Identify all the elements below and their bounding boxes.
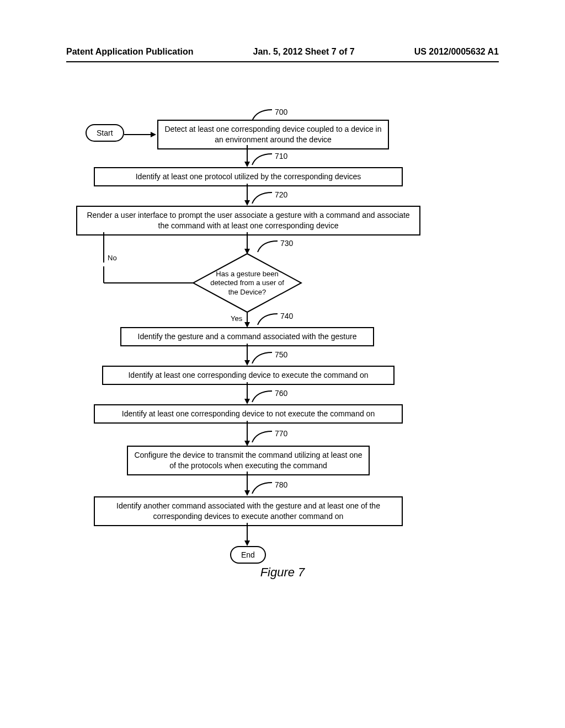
ref-arc-730 [257, 240, 279, 253]
process-720: Render a user interface to prompt the us… [76, 206, 420, 235]
header-right: US 2012/0005632 A1 [414, 47, 499, 57]
arrow-710-to-720 [243, 184, 252, 207]
arrow-740-to-750 [243, 344, 252, 367]
svg-marker-15 [244, 360, 250, 366]
process-770: Configure the device to transmit the com… [127, 446, 370, 475]
start-label: Start [97, 129, 113, 137]
ref-720: 720 [275, 190, 287, 199]
ref-740: 740 [280, 312, 293, 320]
svg-marker-21 [244, 490, 250, 496]
ref-arc-750 [251, 351, 273, 365]
header-divider [66, 61, 499, 62]
arrow-750-to-760 [243, 382, 252, 405]
svg-marker-3 [244, 162, 250, 167]
ref-arc-710 [251, 153, 273, 166]
figure-label: Figure 7 [0, 565, 565, 580]
process-740-text: Identify the gesture and a command assoc… [138, 332, 357, 341]
ref-770: 770 [275, 429, 287, 438]
process-760-text: Identify at least one corresponding devi… [122, 409, 375, 418]
end-terminal: End [230, 546, 266, 564]
arrow-780-to-end [243, 523, 252, 547]
arrow-720-to-730 [243, 232, 252, 255]
decision-730: Has a gesture been detected from a user … [192, 253, 302, 313]
ref-700: 700 [275, 108, 287, 116]
process-710-text: Identify at least one protocol utilized … [136, 172, 361, 181]
arrow-770-to-780 [243, 472, 252, 497]
process-700: Detect at least one corresponding device… [157, 120, 389, 149]
process-710: Identify at least one protocol utilized … [94, 167, 403, 186]
decision-730-text: Has a gesture been detected from a user … [209, 270, 286, 297]
ref-730: 730 [280, 239, 293, 248]
svg-marker-17 [244, 399, 250, 404]
svg-marker-5 [244, 200, 250, 206]
ref-760: 760 [275, 389, 287, 398]
ref-750: 750 [275, 350, 287, 359]
start-terminal: Start [86, 124, 124, 142]
process-770-text: Configure the device to transmit the com… [134, 451, 362, 470]
end-label: End [241, 550, 255, 559]
process-780-text: Identify another command associated with… [116, 501, 380, 521]
process-780: Identify another command associated with… [94, 496, 403, 526]
ref-arc-780 [251, 481, 273, 495]
ref-780: 780 [275, 480, 287, 489]
process-700-text: Detect at least one corresponding device… [164, 125, 381, 144]
ref-arc-760 [251, 390, 273, 403]
process-720-text: Render a user interface to prompt the us… [87, 211, 409, 230]
ref-arc-770 [251, 430, 273, 443]
ref-arc-720 [251, 191, 273, 205]
process-760: Identify at least one corresponding devi… [94, 404, 403, 424]
decision-yes-label: Yes [231, 314, 242, 323]
svg-marker-23 [244, 540, 250, 546]
page-header: Patent Application Publication Jan. 5, 2… [0, 47, 565, 62]
header-left: Patent Application Publication [66, 47, 194, 57]
decision-no-label: No [108, 254, 117, 262]
arrow-start-to-700 [124, 131, 157, 138]
header-center: Jan. 5, 2012 Sheet 7 of 7 [253, 47, 355, 57]
process-750: Identify at least one corresponding devi… [102, 366, 395, 385]
ref-arc-740 [257, 313, 279, 326]
svg-marker-1 [151, 132, 156, 137]
flowchart: Start Detect at least one corresponding … [0, 108, 565, 687]
process-740: Identify the gesture and a command assoc… [120, 327, 374, 346]
process-750-text: Identify at least one corresponding devi… [128, 371, 368, 379]
arrow-730-to-740 [243, 312, 252, 329]
ref-710: 710 [275, 152, 287, 160]
arrow-760-to-770 [243, 421, 252, 447]
